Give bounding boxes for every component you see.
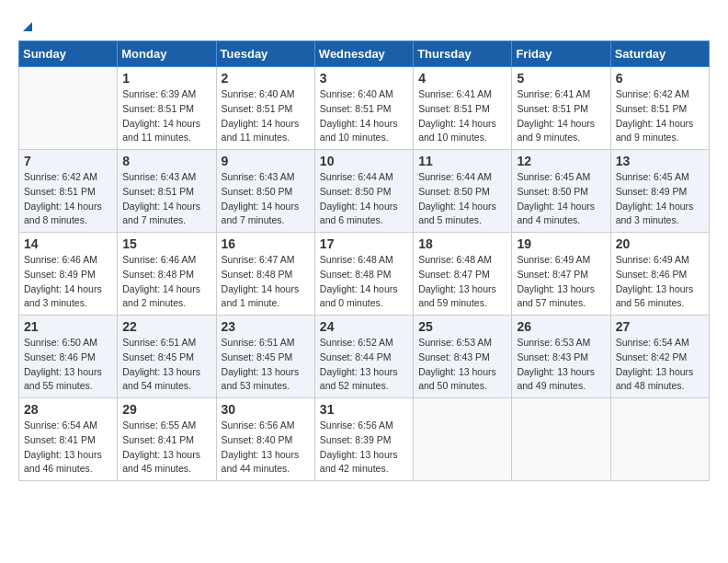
- calendar-cell: 1Sunrise: 6:39 AMSunset: 8:51 PMDaylight…: [118, 67, 216, 150]
- calendar-cell: 14Sunrise: 6:46 AMSunset: 8:49 PMDayligh…: [19, 233, 118, 316]
- day-info: Sunrise: 6:40 AMSunset: 8:51 PMDaylight:…: [222, 87, 310, 145]
- day-info: Sunrise: 6:53 AMSunset: 8:43 PMDaylight:…: [418, 336, 506, 394]
- day-info: Sunrise: 6:54 AMSunset: 8:42 PMDaylight:…: [616, 336, 704, 394]
- day-info: Sunrise: 6:56 AMSunset: 8:39 PMDaylight:…: [320, 419, 408, 477]
- day-number: 15: [122, 236, 210, 251]
- day-number: 8: [122, 154, 210, 168]
- calendar-cell: 24Sunrise: 6:52 AMSunset: 8:44 PMDayligh…: [314, 316, 413, 398]
- day-number: 5: [517, 71, 605, 86]
- calendar-cell: 19Sunrise: 6:49 AMSunset: 8:47 PMDayligh…: [512, 233, 610, 316]
- calendar-cell: 16Sunrise: 6:47 AMSunset: 8:48 PMDayligh…: [216, 233, 314, 316]
- page-header: [18, 18, 710, 31]
- calendar-cell: [414, 398, 512, 481]
- weekday-header-wednesday: Wednesday: [314, 41, 413, 67]
- weekday-header-tuesday: Tuesday: [216, 41, 314, 67]
- weekday-header-monday: Monday: [118, 41, 216, 67]
- day-info: Sunrise: 6:41 AMSunset: 8:51 PMDaylight:…: [517, 87, 605, 145]
- day-info: Sunrise: 6:39 AMSunset: 8:51 PMDaylight:…: [122, 87, 210, 145]
- day-number: 2: [222, 71, 310, 86]
- day-number: 6: [616, 71, 704, 86]
- day-number: 1: [122, 71, 210, 86]
- calendar-cell: 4Sunrise: 6:41 AMSunset: 8:51 PMDaylight…: [414, 67, 512, 150]
- day-info: Sunrise: 6:53 AMSunset: 8:43 PMDaylight:…: [517, 336, 605, 394]
- day-number: 9: [222, 154, 310, 168]
- day-number: 21: [24, 319, 112, 334]
- calendar-week-row: 28Sunrise: 6:54 AMSunset: 8:41 PMDayligh…: [19, 398, 710, 481]
- day-info: Sunrise: 6:43 AMSunset: 8:51 PMDaylight:…: [122, 170, 210, 228]
- day-info: Sunrise: 6:51 AMSunset: 8:45 PMDaylight:…: [222, 336, 310, 394]
- day-info: Sunrise: 6:46 AMSunset: 8:49 PMDaylight:…: [24, 253, 112, 311]
- day-number: 11: [418, 154, 506, 168]
- day-number: 27: [616, 319, 704, 334]
- calendar-cell: 12Sunrise: 6:45 AMSunset: 8:50 PMDayligh…: [512, 150, 610, 233]
- day-number: 18: [418, 236, 506, 251]
- calendar-cell: 20Sunrise: 6:49 AMSunset: 8:46 PMDayligh…: [610, 233, 709, 316]
- day-number: 12: [517, 154, 605, 168]
- calendar-cell: 18Sunrise: 6:48 AMSunset: 8:47 PMDayligh…: [414, 233, 512, 316]
- calendar-cell: 21Sunrise: 6:50 AMSunset: 8:46 PMDayligh…: [19, 316, 118, 398]
- calendar-cell: 28Sunrise: 6:54 AMSunset: 8:41 PMDayligh…: [19, 398, 118, 481]
- weekday-header-thursday: Thursday: [414, 41, 512, 67]
- weekday-header-sunday: Sunday: [19, 41, 118, 67]
- day-number: 25: [418, 319, 506, 334]
- calendar-cell: 26Sunrise: 6:53 AMSunset: 8:43 PMDayligh…: [512, 316, 610, 398]
- day-number: 22: [122, 319, 210, 334]
- calendar-cell: 25Sunrise: 6:53 AMSunset: 8:43 PMDayligh…: [414, 316, 512, 398]
- calendar-cell: [19, 67, 118, 150]
- day-info: Sunrise: 6:55 AMSunset: 8:41 PMDaylight:…: [122, 419, 210, 477]
- calendar-cell: 5Sunrise: 6:41 AMSunset: 8:51 PMDaylight…: [512, 67, 610, 150]
- day-info: Sunrise: 6:42 AMSunset: 8:51 PMDaylight:…: [616, 87, 704, 145]
- day-info: Sunrise: 6:45 AMSunset: 8:50 PMDaylight:…: [517, 170, 605, 228]
- calendar-cell: 31Sunrise: 6:56 AMSunset: 8:39 PMDayligh…: [314, 398, 413, 481]
- calendar-week-row: 14Sunrise: 6:46 AMSunset: 8:49 PMDayligh…: [19, 233, 710, 316]
- calendar-cell: 2Sunrise: 6:40 AMSunset: 8:51 PMDaylight…: [216, 67, 314, 150]
- calendar-week-row: 7Sunrise: 6:42 AMSunset: 8:51 PMDaylight…: [19, 150, 710, 233]
- calendar-cell: 7Sunrise: 6:42 AMSunset: 8:51 PMDaylight…: [19, 150, 118, 233]
- day-number: 19: [517, 236, 605, 251]
- calendar-cell: 22Sunrise: 6:51 AMSunset: 8:45 PMDayligh…: [118, 316, 216, 398]
- day-number: 31: [320, 402, 408, 417]
- day-number: 28: [24, 402, 112, 417]
- calendar-cell: 6Sunrise: 6:42 AMSunset: 8:51 PMDaylight…: [610, 67, 709, 150]
- calendar-cell: 27Sunrise: 6:54 AMSunset: 8:42 PMDayligh…: [610, 316, 709, 398]
- day-number: 20: [616, 236, 704, 251]
- day-number: 23: [222, 319, 310, 334]
- calendar-cell: 15Sunrise: 6:46 AMSunset: 8:48 PMDayligh…: [118, 233, 216, 316]
- weekday-header-row: SundayMondayTuesdayWednesdayThursdayFrid…: [19, 41, 710, 67]
- calendar-cell: 29Sunrise: 6:55 AMSunset: 8:41 PMDayligh…: [118, 398, 216, 481]
- calendar-cell: 13Sunrise: 6:45 AMSunset: 8:49 PMDayligh…: [610, 150, 709, 233]
- day-info: Sunrise: 6:41 AMSunset: 8:51 PMDaylight:…: [418, 87, 506, 145]
- day-number: 17: [320, 236, 408, 251]
- day-info: Sunrise: 6:56 AMSunset: 8:40 PMDaylight:…: [222, 419, 310, 477]
- calendar-table: SundayMondayTuesdayWednesdayThursdayFrid…: [18, 40, 710, 481]
- day-number: 3: [320, 71, 408, 86]
- day-info: Sunrise: 6:47 AMSunset: 8:48 PMDaylight:…: [222, 253, 310, 311]
- svg-marker-0: [23, 22, 32, 31]
- calendar-week-row: 1Sunrise: 6:39 AMSunset: 8:51 PMDaylight…: [19, 67, 710, 150]
- day-info: Sunrise: 6:49 AMSunset: 8:47 PMDaylight:…: [517, 253, 605, 311]
- day-info: Sunrise: 6:40 AMSunset: 8:51 PMDaylight:…: [320, 87, 408, 145]
- day-number: 26: [517, 319, 605, 334]
- day-number: 24: [320, 319, 408, 334]
- day-number: 16: [222, 236, 310, 251]
- day-number: 14: [24, 236, 112, 251]
- calendar-cell: 3Sunrise: 6:40 AMSunset: 8:51 PMDaylight…: [314, 67, 413, 150]
- day-number: 10: [320, 154, 408, 168]
- day-info: Sunrise: 6:44 AMSunset: 8:50 PMDaylight:…: [418, 170, 506, 228]
- logo-triangle-icon: [19, 18, 36, 35]
- day-number: 7: [24, 154, 112, 168]
- day-number: 30: [222, 402, 310, 417]
- day-info: Sunrise: 6:45 AMSunset: 8:49 PMDaylight:…: [616, 170, 704, 228]
- day-info: Sunrise: 6:46 AMSunset: 8:48 PMDaylight:…: [122, 253, 210, 311]
- logo: [18, 18, 37, 31]
- calendar-cell: 10Sunrise: 6:44 AMSunset: 8:50 PMDayligh…: [314, 150, 413, 233]
- calendar-cell: 23Sunrise: 6:51 AMSunset: 8:45 PMDayligh…: [216, 316, 314, 398]
- weekday-header-saturday: Saturday: [610, 41, 709, 67]
- calendar-cell: 8Sunrise: 6:43 AMSunset: 8:51 PMDaylight…: [118, 150, 216, 233]
- calendar-week-row: 21Sunrise: 6:50 AMSunset: 8:46 PMDayligh…: [19, 316, 710, 398]
- calendar-cell: [610, 398, 709, 481]
- calendar-cell: 9Sunrise: 6:43 AMSunset: 8:50 PMDaylight…: [216, 150, 314, 233]
- day-info: Sunrise: 6:49 AMSunset: 8:46 PMDaylight:…: [616, 253, 704, 311]
- day-info: Sunrise: 6:42 AMSunset: 8:51 PMDaylight:…: [24, 170, 112, 228]
- day-number: 29: [122, 402, 210, 417]
